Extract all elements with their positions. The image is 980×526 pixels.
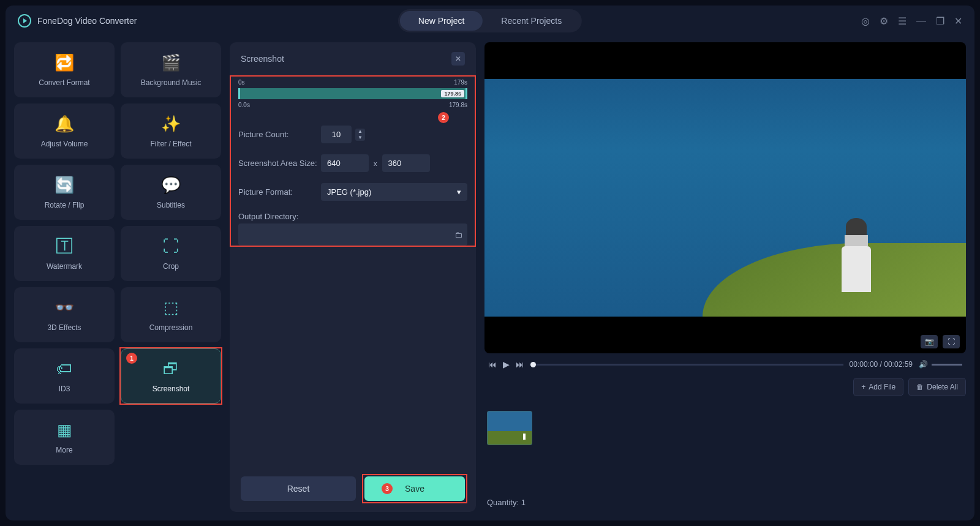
app-logo: FoneDog Video Converter [18, 14, 137, 28]
rotate-icon: 🔄 [55, 176, 74, 195]
logo-icon [18, 14, 31, 28]
grid-icon: ▦ [57, 421, 72, 440]
volume-slider[interactable] [932, 364, 962, 366]
badge-2: 2 [438, 112, 449, 123]
watermark-icon: 🅃 [56, 237, 72, 256]
video-preview[interactable]: 📷 ⛶ [484, 42, 966, 353]
tool-3d-effects[interactable]: 👓3D Effects [14, 287, 115, 342]
bell-icon: 🔔 [55, 115, 74, 133]
music-icon: 🎬 [161, 53, 181, 72]
tab-new-project[interactable]: New Project [400, 11, 483, 31]
volume-icon[interactable]: 🔊 [919, 360, 928, 369]
delete-all-button[interactable]: 🗑Delete All [908, 378, 966, 396]
area-width-input[interactable] [321, 154, 369, 172]
area-size-label: Screenshot Area Size: [238, 159, 321, 168]
tool-label: Adjust Volume [41, 140, 88, 148]
folder-icon[interactable]: 🗀 [454, 230, 462, 239]
camera-icon[interactable]: 📷 [921, 335, 938, 348]
preview-panel: 📷 ⛶ ⏮ ▶ ⏭ 00:00:00 / 00:02:59 🔊 +Add Fil… [484, 42, 966, 512]
tool-label: More [56, 446, 72, 454]
picture-format-label: Picture Format: [238, 187, 321, 197]
picture-count-input[interactable] [321, 126, 352, 143]
output-dir-input[interactable]: 🗀 [238, 224, 467, 246]
step-down-icon[interactable]: ▼ [355, 135, 365, 141]
trash-icon: 🗑 [916, 383, 924, 391]
tool-id3[interactable]: 🏷ID3 [14, 348, 115, 404]
tool-background-music[interactable]: 🎬Background Music [121, 42, 221, 97]
picture-format-select[interactable]: JPEG (*.jpg)▾ [321, 183, 467, 201]
add-file-label: Add File [869, 383, 895, 391]
menu-icon[interactable]: ☰ [898, 15, 907, 27]
tool-label: Crop [163, 262, 179, 271]
tool-label: Rotate / Flip [45, 201, 85, 209]
tool-label: Watermark [47, 262, 82, 271]
add-file-button[interactable]: +Add File [853, 378, 903, 396]
crop-icon: ⛶ [163, 237, 179, 256]
tool-label: 3D Effects [47, 323, 81, 332]
sparkle-icon: ✨ [161, 115, 181, 133]
x-separator: x [374, 160, 377, 167]
step-up-icon[interactable]: ▲ [355, 129, 365, 135]
picture-count-label: Picture Count: [238, 130, 321, 139]
time-display: 00:00:00 / 00:02:59 [850, 360, 913, 369]
minimize-icon[interactable]: — [916, 15, 926, 26]
tools-panel: 🔁Convert Format 🎬Background Music 🔔Adjus… [14, 42, 221, 512]
tool-label: Background Music [141, 78, 202, 87]
close-icon[interactable]: ✕ [954, 15, 962, 27]
tool-watermark[interactable]: 🅃Watermark [14, 226, 115, 281]
badge-3: 3 [382, 483, 393, 494]
maximize-icon[interactable]: ❐ [936, 15, 944, 27]
tool-subtitles[interactable]: 💬Subtitles [121, 165, 221, 220]
area-height-input[interactable] [382, 154, 430, 172]
tool-screenshot[interactable]: 1 🗗Screenshot [121, 348, 221, 404]
save-button[interactable]: 3 Save [364, 476, 465, 501]
badge-1: 1 [126, 353, 137, 364]
timeline-end: 179s [454, 79, 467, 86]
tool-label: ID3 [59, 385, 70, 393]
plus-icon: + [861, 383, 865, 391]
tool-label: Filter / Effect [150, 140, 191, 148]
save-label: Save [405, 484, 424, 494]
tool-compression[interactable]: ⬚Compression [121, 287, 221, 342]
timeline-low: 0.0s [238, 102, 250, 108]
subtitles-icon: 💬 [161, 176, 181, 195]
fullscreen-icon[interactable]: ⛶ [943, 335, 960, 348]
chevron-down-icon: ▾ [457, 187, 461, 197]
skip-fwd-icon[interactable]: ⏭ [516, 359, 524, 369]
glasses-icon: 👓 [55, 298, 74, 317]
delete-all-label: Delete All [927, 383, 958, 391]
tool-convert-format[interactable]: 🔁Convert Format [14, 42, 115, 97]
convert-icon: 🔁 [55, 53, 74, 72]
file-thumbnail[interactable] [487, 411, 532, 445]
settings-title: Screenshot [241, 54, 284, 64]
screenshot-icon: 🗗 [163, 359, 179, 378]
reset-button[interactable]: Reset [241, 476, 356, 501]
compress-icon: ⬚ [164, 298, 179, 317]
tool-rotate-flip[interactable]: 🔄Rotate / Flip [14, 165, 115, 220]
play-icon[interactable]: ▶ [503, 359, 510, 369]
tab-recent-projects[interactable]: Recent Projects [483, 11, 580, 31]
picture-format-value: JPEG (*.jpg) [327, 187, 371, 197]
tool-label: Screenshot [153, 385, 190, 393]
tool-more[interactable]: ▦More [14, 410, 115, 465]
tool-filter-effect[interactable]: ✨Filter / Effect [121, 103, 221, 159]
tool-label: Convert Format [39, 78, 89, 87]
output-dir-label: Output Directory: [238, 212, 467, 221]
tag-icon: 🏷 [56, 359, 72, 378]
settings-panel: Screenshot ✕ 2 0s179s 179.8s 0.0s179.8s … [230, 42, 476, 512]
app-title: FoneDog Video Converter [37, 16, 137, 26]
skip-back-icon[interactable]: ⏮ [488, 359, 497, 369]
timeline-high: 179.8s [449, 102, 467, 108]
timeline-start: 0s [238, 79, 245, 86]
timeline-range[interactable]: 179.8s [238, 88, 467, 99]
account-icon[interactable]: ◎ [861, 15, 870, 27]
tool-label: Subtitles [157, 201, 185, 209]
progress-bar[interactable] [530, 364, 843, 366]
timeline-bubble: 179.8s [441, 90, 464, 97]
tool-adjust-volume[interactable]: 🔔Adjust Volume [14, 103, 115, 159]
quantity-label: Quantity: 1 [484, 493, 966, 512]
tool-crop[interactable]: ⛶Crop [121, 226, 221, 281]
tool-label: Compression [149, 323, 193, 332]
close-settings-icon[interactable]: ✕ [451, 52, 465, 66]
gear-icon[interactable]: ⚙ [880, 15, 888, 27]
